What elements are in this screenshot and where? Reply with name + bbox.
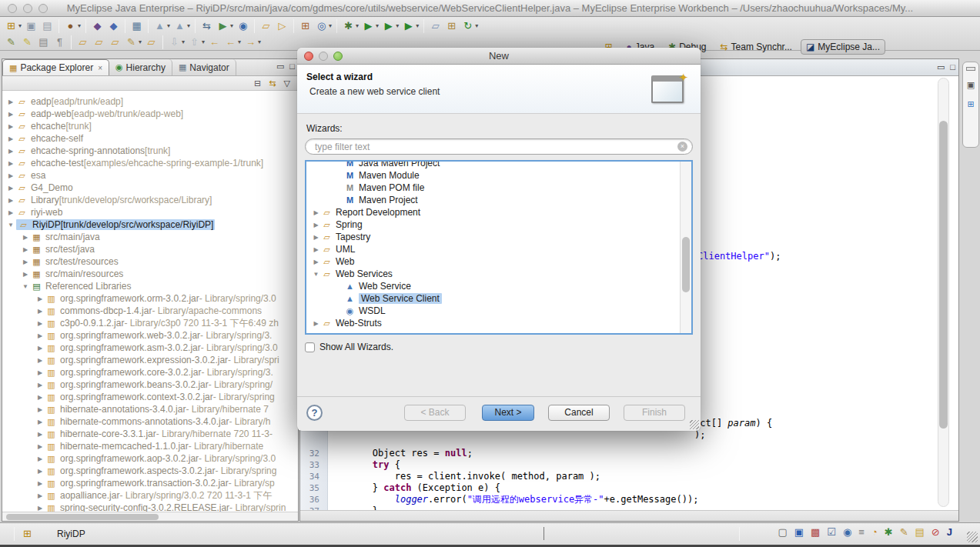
tree-collapsed-arrow-icon[interactable]: ▶ (35, 295, 45, 302)
deploy-icon[interactable]: ▶▾ (215, 18, 235, 34)
tree-item[interactable]: ▶▦src/test/java (2, 243, 298, 255)
tree-item[interactable]: ▶▥hibernate-annotations-3.4.0.jar - Libr… (2, 403, 298, 415)
maximize-view-icon[interactable]: □ (289, 62, 295, 72)
tree-item[interactable]: ▶▥org.springframework.orm-3.0.2.jar - Li… (2, 292, 298, 305)
tree-collapsed-arrow-icon[interactable]: ▶ (35, 468, 45, 475)
tree-collapsed-arrow-icon[interactable]: ▶ (5, 172, 16, 179)
tree-item[interactable]: ▶▥c3p0-0.9.1.2.jar - Library/c3p0 720 11… (2, 317, 298, 329)
sync-icon[interactable]: ⇆ (199, 18, 215, 34)
internal-web-icon[interactable]: ◉ (843, 526, 851, 538)
tree-item[interactable]: ▶▱riyi-web (2, 206, 298, 218)
run-icon[interactable]: ▶▾ (360, 18, 380, 34)
tree-item[interactable]: ▼▤Referenced Libraries (2, 280, 298, 292)
preferences-icon[interactable]: ≡ (858, 526, 865, 538)
new-table-icon[interactable]: ⊞ (443, 18, 460, 34)
forward-icon[interactable]: →▾ (242, 35, 263, 50)
mark-occurrences-icon[interactable]: ✎ (3, 35, 19, 50)
cancel-button[interactable]: Cancel (548, 405, 610, 421)
error-log-icon[interactable]: ⊘ (932, 526, 940, 538)
tree-collapsed-arrow-icon[interactable]: ▶ (311, 258, 321, 265)
tree-collapsed-arrow-icon[interactable]: ▶ (5, 160, 16, 167)
tree-collapsed-arrow-icon[interactable]: ▶ (5, 148, 16, 155)
tree-collapsed-arrow-icon[interactable]: ▶ (35, 357, 45, 364)
tree-collapsed-arrow-icon[interactable]: ▶ (35, 320, 45, 327)
tree-item[interactable]: ▶▱ehcache-spring-annotations [trunk] (2, 145, 298, 157)
show-source-icon[interactable]: ▤ (35, 35, 52, 50)
horizontal-scrollbar[interactable] (2, 512, 298, 521)
perspective-myeclipse-ja---[interactable]: ◪MyEclipse Ja... (801, 39, 885, 55)
wizard-tree-item[interactable]: ▶▱UML (306, 243, 691, 255)
tree-collapsed-arrow-icon[interactable]: ▶ (35, 369, 45, 376)
next-annotation-icon[interactable]: ⇩▾ (166, 35, 186, 50)
tree-collapsed-arrow-icon[interactable]: ▶ (35, 308, 45, 315)
restore-trim-icon[interactable]: ▢ (778, 526, 787, 538)
wizard-tree-item[interactable]: ▶▱Report Development (306, 206, 691, 218)
run-external-icon[interactable]: ▶▾ (400, 18, 420, 34)
clear-filter-icon[interactable]: × (677, 142, 687, 152)
filter-input[interactable] (305, 138, 693, 155)
back-icon[interactable]: ←▾ (222, 35, 242, 50)
search-pen-icon[interactable]: ✎▾ (123, 35, 143, 50)
last-edit-icon[interactable]: ← (206, 35, 222, 50)
tree-collapsed-arrow-icon[interactable]: ▶ (35, 382, 45, 389)
tree-collapsed-arrow-icon[interactable]: ▶ (20, 246, 31, 253)
tree-expanded-arrow-icon[interactable]: ▼ (5, 222, 16, 228)
tree-collapsed-arrow-icon[interactable]: ▶ (35, 419, 45, 425)
tab-package-explorer[interactable]: ▦Package Explorer× (2, 59, 109, 75)
dropdown-arrow-icon[interactable]: ▾ (139, 38, 142, 45)
new-webservice-wizard-icon[interactable]: ▲▾ (172, 18, 192, 34)
dropdown-arrow-icon[interactable]: ▾ (416, 22, 419, 29)
editor-vertical-scrollbar[interactable] (938, 78, 949, 507)
browser-icon[interactable]: ◉ (235, 18, 251, 34)
dropdown-arrow-icon[interactable]: ▾ (202, 38, 205, 45)
tree-expanded-arrow-icon[interactable]: ▼ (20, 283, 31, 290)
tree-collapsed-arrow-icon[interactable]: ▶ (35, 345, 45, 352)
wizard-tree-item[interactable]: ▶▱Tapestry (306, 231, 691, 243)
tree-collapsed-arrow-icon[interactable]: ▶ (35, 332, 45, 339)
tree-item[interactable]: ▶▦src/test/resources (2, 255, 298, 268)
tree-collapsed-arrow-icon[interactable]: ▶ (35, 492, 45, 499)
minimize-window-icon[interactable] (23, 4, 32, 13)
tree-collapsed-arrow-icon[interactable]: ▶ (5, 98, 16, 105)
minimize-view-icon[interactable]: ▭ (276, 62, 284, 72)
refresh-icon[interactable]: ↻▾ (460, 18, 480, 34)
tree-collapsed-arrow-icon[interactable]: ▶ (20, 234, 31, 241)
close-tab-icon[interactable]: × (98, 64, 102, 72)
wizard-tree-item[interactable]: ◉WSDL (306, 305, 691, 317)
dropdown-arrow-icon[interactable]: ▾ (78, 22, 81, 29)
tree-item[interactable]: ▶▥org.springframework.core-3.0.2.jar - L… (2, 366, 298, 379)
wizard-tree-item[interactable]: ▲Web Service Client (306, 292, 691, 305)
show-all-wizards-checkbox[interactable] (305, 342, 315, 352)
window-resize-grip[interactable] (967, 532, 978, 542)
tree-item[interactable]: ▶▥commons-dbcp-1.4.jar - Library/apache-… (2, 305, 298, 317)
tab-hierarchy[interactable]: ◉Hierarchy (109, 59, 172, 75)
tree-collapsed-arrow-icon[interactable]: ▶ (35, 455, 45, 462)
dropdown-arrow-icon[interactable]: ▾ (182, 38, 185, 45)
dropdown-arrow-icon[interactable]: ▾ (258, 38, 261, 45)
show-whitespace-icon[interactable]: ¶ (52, 35, 68, 50)
link-with-editor-icon[interactable]: ⇆ (269, 78, 276, 88)
snippets-icon[interactable]: ▤ (915, 526, 925, 538)
new-web-wizard-icon[interactable]: ▲▾ (152, 18, 172, 34)
tree-collapsed-arrow-icon[interactable]: ▶ (35, 431, 45, 438)
save-icon[interactable]: ▣ (23, 18, 39, 34)
tree-item[interactable]: ▶▥org.springframework.context-3.0.2.jar … (2, 391, 298, 403)
wizard-tree-item[interactable]: MMaven Project (306, 194, 691, 206)
problems-icon[interactable]: ▩ (811, 526, 820, 538)
tree-item[interactable]: ▶▥aopalliance.jar - Library/spring/3.0.2… (2, 489, 298, 502)
tree-item[interactable]: ▶▥hibernate-core-3.3.1.jar - Library/hib… (2, 428, 298, 440)
web-globe-icon[interactable]: ◎▾ (313, 18, 333, 34)
wizard-tree-item[interactable]: ▲Web Service (306, 280, 691, 292)
wizard-tree-item[interactable]: ▶▱Web-Struts (306, 317, 691, 329)
dropdown-arrow-icon[interactable]: ▾ (475, 22, 478, 29)
tree-item[interactable]: ▶▱Library [trunk/develop/src/workspace/L… (2, 194, 298, 206)
tree-collapsed-arrow-icon[interactable]: ▶ (35, 505, 45, 512)
tree-collapsed-arrow-icon[interactable]: ▶ (311, 209, 321, 216)
tree-item[interactable]: ▶▱G4_Demo (2, 182, 298, 194)
wizard-tree-item[interactable]: ▼▱Web Services (306, 268, 691, 280)
tree-item[interactable]: ▶▱ehcache [trunk] (2, 120, 298, 132)
tree-item[interactable]: ▶▥org.springframework.web-3.0.2.jar - Li… (2, 329, 298, 342)
export-icon[interactable]: ▷ (274, 18, 290, 34)
wizard-tree-item[interactable]: ▶▱Web (306, 255, 691, 268)
collapse-all-icon[interactable]: ⊟ (254, 78, 261, 88)
